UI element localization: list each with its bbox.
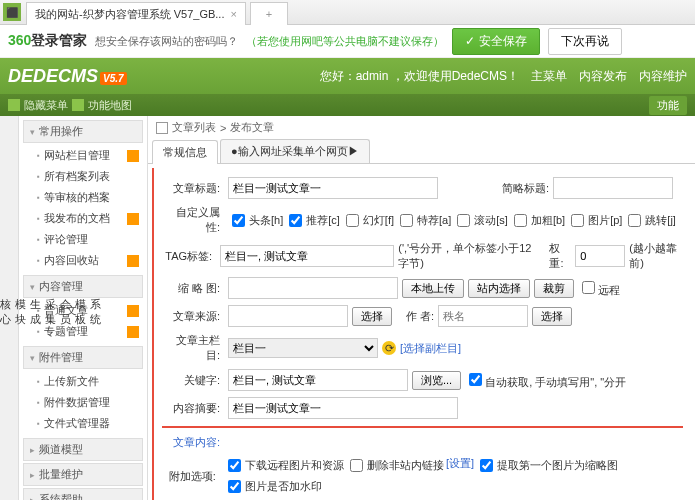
menu-maintain[interactable]: 内容维护 (639, 68, 687, 85)
sidebar-group[interactable]: 常用操作 (23, 120, 143, 143)
crumb-current: 发布文章 (230, 120, 274, 135)
attr-check[interactable]: 加粗[b] (510, 211, 565, 230)
badge-icon (127, 213, 139, 225)
keyword-label: 关键字: (162, 373, 224, 388)
sub-header: 隐藏菜单 功能地图 功能 (0, 94, 695, 116)
rail-nav: 核心 模块 生成 采集 会员 模板 系统 (0, 116, 19, 500)
author-select-button[interactable]: 选择 (532, 307, 572, 326)
weight-label: 权重: (549, 241, 571, 271)
breadcrumb: 文章列表 > 发布文章 (148, 116, 695, 139)
browser-tabbar: ⬛ 我的网站-织梦内容管理系统 V57_GB...× + (0, 0, 695, 25)
sidebar-group[interactable]: 批量维护 (23, 463, 143, 486)
password-bar: 360登录管家 想安全保存该网站的密码吗？ （若您使用网吧等公共电脑不建议保存）… (0, 25, 695, 58)
hide-menu[interactable]: 隐藏菜单 (24, 98, 68, 113)
menu-main[interactable]: 主菜单 (531, 68, 567, 85)
attr-label: 自定义属性: (162, 205, 224, 235)
weight-input[interactable] (575, 245, 625, 267)
main-panel: 文章列表 > 发布文章 常规信息 ●输入网址采集单个网页▶ 文章标题: 简略标题… (148, 116, 695, 500)
sidebar-item[interactable]: 内容回收站 (23, 250, 143, 271)
summary-label: 内容摘要: (162, 401, 224, 416)
sidebar-item[interactable]: 评论管理 (23, 229, 143, 250)
refresh-icon[interactable]: ⟳ (382, 341, 396, 355)
source-label: 文章来源: (162, 309, 224, 324)
logo: DEDECMSV5.7 (8, 66, 127, 87)
addon-check[interactable]: 提取第一个图片为缩略图 (476, 456, 618, 475)
thumb-label: 缩 略 图: (162, 281, 224, 296)
menu-publish[interactable]: 内容发布 (579, 68, 627, 85)
attr-check[interactable]: 幻灯[f] (342, 211, 394, 230)
sidebar-item[interactable]: 我发布的文档 (23, 208, 143, 229)
thumb-input[interactable] (228, 277, 398, 299)
short-title-label: 简略标题: (502, 181, 549, 196)
select-site-button[interactable]: 站内选择 (468, 279, 530, 298)
column-label: 文章主栏目: (162, 333, 224, 363)
cube-icon (8, 99, 20, 111)
sidebar-item[interactable]: 所有档案列表 (23, 166, 143, 187)
sidebar-item[interactable]: 普通文章 (23, 300, 143, 321)
browse-button[interactable]: 浏览... (412, 371, 461, 390)
badge-icon (127, 326, 139, 338)
weight-note: (越小越靠前) (629, 241, 683, 271)
sidebar-item[interactable]: 等审核的档案 (23, 187, 143, 208)
source-select-button[interactable]: 选择 (352, 307, 392, 326)
main-tabs: 常规信息 ●输入网址采集单个网页▶ (148, 139, 695, 164)
badge-icon (127, 255, 139, 267)
save-password-button[interactable]: ✓ 安全保存 (452, 28, 539, 55)
source-input[interactable] (228, 305, 348, 327)
short-title-input[interactable] (553, 177, 673, 199)
addon-label: 附加选项: (162, 469, 220, 484)
sidebar-group[interactable]: 内容管理 (23, 275, 143, 298)
attr-check[interactable]: 特荐[a] (396, 211, 451, 230)
remote-check[interactable]: 远程 (578, 278, 620, 298)
attr-check[interactable]: 滚动[s] (453, 211, 508, 230)
badge-icon (127, 305, 139, 317)
func-button[interactable]: 功能 (649, 96, 687, 115)
tab-collect-url[interactable]: ●输入网址采集单个网页▶ (220, 139, 370, 163)
attr-check[interactable]: 头条[h] (228, 211, 283, 230)
title-input[interactable] (228, 177, 438, 199)
browser-tab[interactable]: 我的网站-织梦内容管理系统 V57_GB...× (26, 2, 246, 25)
title-label: 文章标题: (162, 181, 224, 196)
sidebar-group[interactable]: 附件管理 (23, 346, 143, 369)
sitemap[interactable]: 功能地图 (88, 98, 132, 113)
auto-keyword-check[interactable]: 自动获取, 手动填写用", "分开 (465, 370, 626, 390)
badge-icon (127, 150, 139, 162)
tag-note: (','号分开，单个标签小于12字节) (398, 241, 535, 271)
author-input[interactable] (438, 305, 528, 327)
rail-core[interactable]: 核心 (0, 294, 11, 330)
sidebar-item[interactable]: 上传新文件 (23, 371, 143, 392)
addon-check[interactable]: 下载远程图片和资源 (224, 456, 344, 475)
addon-check[interactable]: 图片是否加水印 (224, 477, 322, 496)
cube-icon (72, 99, 84, 111)
attr-check[interactable]: 推荐[c] (285, 211, 340, 230)
attr-check[interactable]: 图片[p] (567, 211, 622, 230)
sidebar: 常用操作网站栏目管理所有档案列表等审核的档案我发布的文档评论管理内容回收站内容管… (19, 116, 148, 500)
content-label: 文章内容: (162, 435, 224, 450)
settings-link[interactable]: [设置] (446, 456, 474, 475)
upload-local-button[interactable]: 本地上传 (402, 279, 464, 298)
tab-general[interactable]: 常规信息 (152, 140, 218, 164)
sidebar-group[interactable]: 频道模型 (23, 438, 143, 461)
sidebar-item[interactable]: 专题管理 (23, 321, 143, 342)
square-icon (156, 122, 168, 134)
addon-check[interactable]: 删除非站内链接 (346, 456, 444, 475)
article-form: 文章标题: 简略标题: 自定义属性: 头条[h]推荐[c]幻灯[f]特荐[a]滚… (152, 168, 691, 500)
crumb-list[interactable]: 文章列表 (172, 120, 216, 135)
tag-input[interactable] (220, 245, 394, 267)
sidebar-group[interactable]: 系统帮助 (23, 488, 143, 500)
attr-check[interactable]: 跳转[j] (624, 211, 676, 230)
author-label: 作 者: (406, 309, 434, 324)
later-button[interactable]: 下次再说 (548, 28, 622, 55)
sub-column-link[interactable]: [选择副栏目] (400, 341, 461, 356)
sidebar-item[interactable]: 网站栏目管理 (23, 145, 143, 166)
summary-input[interactable] (228, 397, 458, 419)
browser-icon: ⬛ (3, 3, 21, 21)
column-select[interactable]: 栏目一 (228, 338, 378, 358)
crop-button[interactable]: 裁剪 (534, 279, 574, 298)
app-header: DEDECMSV5.7 您好：admin ，欢迎使用DedeCMS！ 主菜单 内… (0, 58, 695, 94)
keyword-input[interactable] (228, 369, 408, 391)
tab-add[interactable]: + (250, 2, 288, 25)
sidebar-item[interactable]: 文件式管理器 (23, 413, 143, 434)
welcome-text: 您好：admin ，欢迎使用DedeCMS！ (320, 68, 519, 85)
sidebar-item[interactable]: 附件数据管理 (23, 392, 143, 413)
